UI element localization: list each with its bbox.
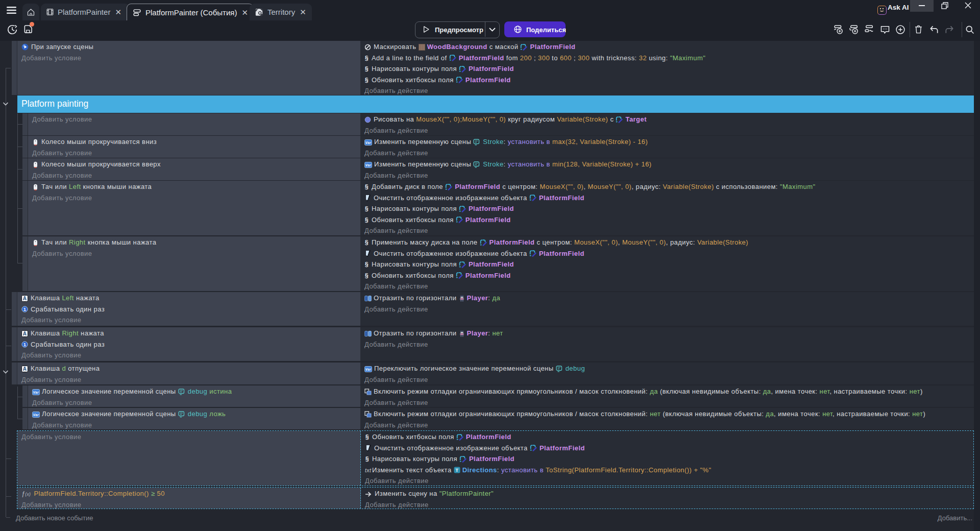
svg-text:A: A — [23, 366, 27, 372]
svg-text:1: 1 — [23, 306, 27, 312]
svg-text:Var: Var — [365, 140, 372, 144]
svg-text:Var: Var — [33, 390, 39, 394]
svg-text:1: 1 — [23, 342, 27, 347]
svg-text:A: A — [23, 331, 27, 336]
svg-text:A: A — [23, 296, 27, 301]
svg-text:Var: Var — [365, 367, 372, 371]
svg-text:T: T — [455, 467, 458, 473]
svg-text:Var: Var — [33, 413, 39, 416]
svg-text:Var: Var — [365, 163, 372, 166]
